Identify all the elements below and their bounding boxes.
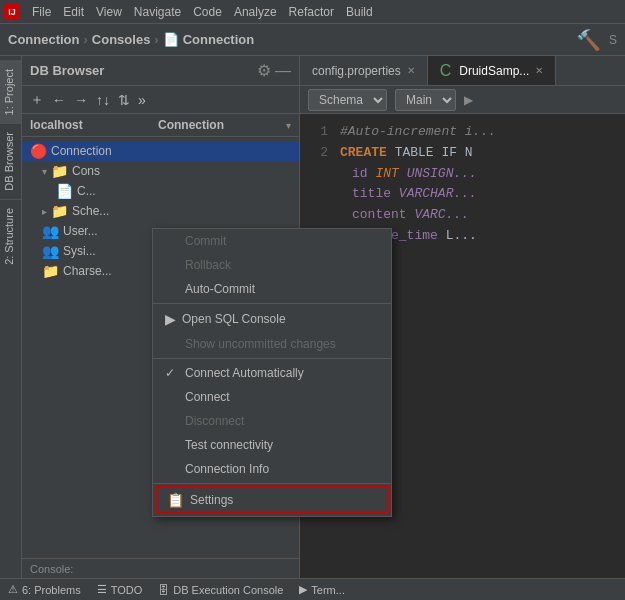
ctx-connect-auto[interactable]: ✓ Connect Automatically [153,361,391,385]
tab-config-close-icon[interactable]: ✕ [407,65,415,76]
code-id-line: id INT UNSIGN... [340,164,477,185]
breadcrumb-sep-1: › [84,32,88,47]
tab-druid-close-icon[interactable]: ✕ [535,65,543,76]
ctx-open-sql[interactable]: ▶ Open SQL Console [153,306,391,332]
connection-selector[interactable]: localhost Connection ▾ [22,114,299,137]
ctx-conn-info[interactable]: Connection Info [153,457,391,481]
ctx-connect-label: Connect [185,390,230,404]
back-btn[interactable]: ← [50,90,68,110]
db-panel-title: DB Browser [30,63,253,78]
side-tab-project[interactable]: 1: Project [0,60,21,123]
hammer-icon: 🔨 [576,28,601,52]
menu-view[interactable]: View [90,3,128,21]
dropdown-arrow-icon: ▾ [286,120,291,131]
menu-navigate[interactable]: Navigate [128,3,187,21]
main-select[interactable]: Main [395,89,456,111]
tree-label-charset: Charse... [63,264,112,278]
druid-file-icon: C [440,62,452,80]
code-comment-1: #Auto-increment i... [340,122,496,143]
ctx-auto-commit[interactable]: Auto-Commit [153,277,391,301]
tab-config-properties[interactable]: config.properties ✕ [300,56,428,85]
menu-file[interactable]: File [26,3,57,21]
menu-code[interactable]: Code [187,3,228,21]
menu-bar: IJ File Edit View Navigate Code Analyze … [0,0,625,24]
code-line-1: 1 #Auto-increment i... [308,122,617,143]
side-tab-db-browser[interactable]: DB Browser [0,123,21,199]
type-varchar2: VARC... [414,207,469,222]
field-title: title [352,186,391,201]
sort-btn[interactable]: ⇅ [116,90,132,110]
line-num-4 [308,184,328,205]
context-menu: Commit Rollback Auto-Commit ▶ Open SQL C… [152,228,392,517]
status-term[interactable]: ▶ Term... [299,583,345,596]
minimize-icon[interactable]: — [275,62,291,80]
sys-icon: 👥 [42,243,59,259]
expand-arrow-icon: ▾ [42,166,47,177]
type-unsign: UNSIGN... [407,166,477,181]
status-problems[interactable]: ⚠ 6: Problems [8,583,81,596]
up-btn[interactable]: ↑↓ [94,90,112,110]
tab-druid[interactable]: C DruidSamp... ✕ [428,56,557,85]
table-icon: 📄 [56,183,73,199]
breadcrumb-consoles[interactable]: Consoles [92,32,151,47]
code-title-line: title VARCHAR... [340,184,477,205]
ctx-commit[interactable]: Commit [153,229,391,253]
app-logo: IJ [4,4,20,20]
tree-item-schema[interactable]: ▸ 📁 Sche... [22,201,299,221]
ctx-connect[interactable]: Connect [153,385,391,409]
field-content: content [352,207,407,222]
ctx-rollback-label: Rollback [185,258,231,272]
db-panel-header: DB Browser ⚙ — [22,56,299,86]
side-tab-structure[interactable]: 2: Structure [0,199,21,273]
code-line-4: title VARCHAR... [308,184,617,205]
ctx-settings[interactable]: 📋 Settings [155,486,389,514]
code-line-2: 2 CREATE TABLE IF N [308,143,617,164]
tab-config-label: config.properties [312,64,401,78]
line-num-1: 1 [308,122,328,143]
menu-refactor[interactable]: Refactor [283,3,340,21]
db-console-icon: 🗄 [158,584,169,596]
status-todo[interactable]: ☰ TODO [97,583,143,596]
status-db-console[interactable]: 🗄 DB Execution Console [158,584,283,596]
ctx-disconnect[interactable]: Disconnect [153,409,391,433]
tree-label-users: User... [63,224,98,238]
tree-label-c: C... [77,184,96,198]
tree-item-connection[interactable]: 🔴 Connection [22,141,299,161]
breadcrumb-file-icon: 📄 [163,32,179,47]
gear-icon[interactable]: ⚙ [257,61,271,80]
tree-item-cons[interactable]: ▾ 📁 Cons [22,161,299,181]
status-term-label: Term... [311,584,345,596]
menu-analyze[interactable]: Analyze [228,3,283,21]
schema-select[interactable]: Schema [308,89,387,111]
tree-label-schema: Sche... [72,204,109,218]
forward-btn[interactable]: → [72,90,90,110]
folder-icon-charset: 📁 [42,263,59,279]
toolbar-s-btn[interactable]: S [609,33,617,47]
run-icon[interactable]: ▶ [464,93,473,107]
ctx-opensql-label: Open SQL Console [182,312,286,326]
term-icon: ▶ [299,583,307,596]
ctx-settings-label: Settings [190,493,233,507]
db-panel-toolbar: ＋ ← → ↑↓ ⇅ » [22,86,299,114]
panel-bottom: Console: [22,558,299,579]
breadcrumb-connection2[interactable]: Connection [183,32,255,47]
menu-edit[interactable]: Edit [57,3,90,21]
ctx-rollback[interactable]: Rollback [153,253,391,277]
menu-build[interactable]: Build [340,3,379,21]
db-icon: 🔴 [30,143,47,159]
code-content-line: content VARC... [340,205,469,226]
ctx-connectauto-check: ✓ [165,366,179,380]
breadcrumb-connection[interactable]: Connection [8,32,80,47]
console-label: Console: [30,563,73,575]
ctx-uncommitted[interactable]: Show uncommitted changes [153,332,391,356]
ctx-test-conn[interactable]: Test connectivity [153,433,391,457]
status-db-label: DB Execution Console [173,584,283,596]
tree-item-c[interactable]: 📄 C... [22,181,299,201]
ctx-sep-1 [153,303,391,304]
more-btn[interactable]: » [136,90,148,110]
tree-label-cons: Cons [72,164,100,178]
folder-icon-cons: 📁 [51,163,68,179]
ctx-sql-icon: ▶ [165,311,176,327]
add-btn[interactable]: ＋ [28,89,46,111]
connection-label: Connection [158,118,282,132]
